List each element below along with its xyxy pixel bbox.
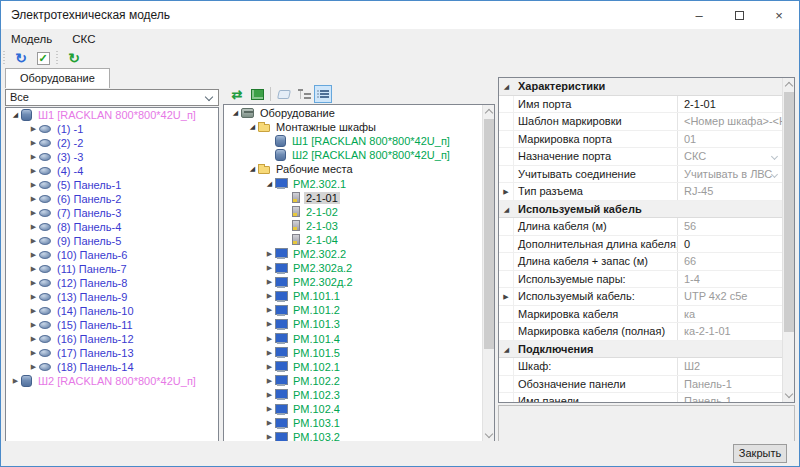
grid-row-value[interactable]: UTP 4x2 c5e: [678, 288, 783, 305]
expand-arrow-icon[interactable]: ▶: [28, 293, 39, 301]
tree-item[interactable]: ◢РМ2.302.1: [224, 176, 482, 190]
grid-row[interactable]: Учитывать соединениеУчитывать в ЛВС: [499, 166, 783, 184]
collapse-arrow-icon[interactable]: ◢: [247, 165, 258, 173]
scrollbar-thumb[interactable]: [484, 119, 494, 349]
close-button[interactable]: Закрыть: [733, 444, 787, 463]
expand-arrow-icon[interactable]: ▶: [28, 195, 39, 203]
minimize-button[interactable]: –: [679, 1, 719, 29]
tree-item[interactable]: ▶(9) Панель-5: [6, 234, 218, 248]
expand-arrow-icon[interactable]: ▶: [28, 321, 39, 329]
tree-item[interactable]: ▶(4) -4: [6, 164, 218, 178]
grid-row-value[interactable]: 56: [678, 218, 783, 235]
grid-row[interactable]: Маркировка кабеля (полная)ка-2-1-01: [499, 323, 783, 341]
grid-row[interactable]: Длина кабеля (м)56: [499, 218, 783, 236]
grid-row[interactable]: Шкаф:Ш2: [499, 358, 783, 376]
expand-arrow-icon[interactable]: ▶: [28, 335, 39, 343]
expand-arrow-icon[interactable]: ▶: [264, 349, 275, 357]
grid-row[interactable]: Имя панелиПанель-1: [499, 393, 783, 403]
property-grid-scrollbar[interactable]: [782, 78, 794, 402]
grid-row[interactable]: Маркировка порта01: [499, 131, 783, 149]
tree-item[interactable]: 2-1-04: [224, 233, 482, 247]
scroll-down-icon[interactable]: [485, 430, 493, 438]
grid-row-value[interactable]: Ш2: [678, 358, 783, 375]
expand-arrow-icon[interactable]: ▶: [28, 265, 39, 273]
grid-row-value[interactable]: ка-2-1-01: [678, 323, 783, 340]
expand-arrow-icon[interactable]: ▶: [264, 433, 275, 441]
tree-item[interactable]: 2-1-01: [224, 191, 482, 205]
expand-arrow-icon[interactable]: ▶: [28, 139, 39, 147]
tree-item[interactable]: ◢Оборудование: [224, 106, 482, 120]
panel-view-button[interactable]: [247, 85, 267, 103]
expand-arrow-icon[interactable]: ▶: [264, 292, 275, 300]
sync-update-button[interactable]: ↻: [63, 49, 85, 67]
scrollbar-thumb[interactable]: [784, 92, 794, 332]
grid-row-value[interactable]: Панель-1: [678, 393, 783, 403]
tree-item[interactable]: 2-1-02: [224, 205, 482, 219]
grid-row-value[interactable]: 66: [678, 253, 783, 270]
grid-row-value[interactable]: <Номер шкафа>-<Ном: [678, 113, 783, 130]
chevron-down-icon[interactable]: [771, 153, 778, 160]
grid-section-header[interactable]: ◢Используемый кабель: [499, 201, 783, 219]
tree-view-button[interactable]: [294, 85, 314, 103]
tree-item[interactable]: ▶Ш2 [RACKLAN 800*800*42U_п]: [6, 374, 218, 388]
menu-model[interactable]: Модель: [1, 29, 62, 49]
expand-arrow-icon[interactable]: ▶: [28, 125, 39, 133]
expand-arrow-icon[interactable]: ▶: [28, 209, 39, 217]
expand-arrow-icon[interactable]: ▶: [264, 419, 275, 427]
equipment-tree-scrollbar[interactable]: [482, 105, 494, 442]
grid-row[interactable]: Назначение портаСКС: [499, 148, 783, 166]
grid-row[interactable]: ▶Тип разъемаRJ-45: [499, 183, 783, 201]
grid-row-value[interactable]: Учитывать в ЛВС: [678, 166, 783, 183]
filter-combobox[interactable]: Все: [5, 89, 219, 106]
expand-arrow-icon[interactable]: ▶: [264, 320, 275, 328]
tree-item[interactable]: ▶РМ.101.4: [224, 332, 482, 346]
tree-item[interactable]: Ш1 [RACKLAN 800*800*42U_п]: [224, 134, 482, 148]
grid-row-value[interactable]: Панель-1: [678, 376, 783, 393]
grid-row-value[interactable]: 01: [678, 131, 783, 148]
tree-item[interactable]: ▶РМ.102.2: [224, 374, 482, 388]
grid-row[interactable]: ▶Используемый кабель:UTP 4x2 c5e: [499, 288, 783, 306]
tree-item[interactable]: ▶РМ.101.3: [224, 317, 482, 331]
grid-row[interactable]: Используемые пары:1-4: [499, 271, 783, 289]
tree-item[interactable]: Ш2 [RACKLAN 800*800*42U_п]: [224, 148, 482, 162]
tree-item[interactable]: ▶(11) Панель-7: [6, 262, 218, 276]
collapse-arrow-icon[interactable]: ◢: [247, 123, 258, 131]
grid-row-value[interactable]: СКС: [678, 148, 783, 165]
expand-arrow-icon[interactable]: ▶: [264, 335, 275, 343]
tree-item[interactable]: 2-1-03: [224, 219, 482, 233]
menu-sks[interactable]: СКС: [62, 29, 105, 49]
check-model-button[interactable]: ✓: [32, 49, 54, 67]
collapse-arrow-icon[interactable]: ◢: [499, 78, 514, 95]
tree-item[interactable]: ▶(15) Панель-11: [6, 318, 218, 332]
expand-arrow-icon[interactable]: ▶: [28, 181, 39, 189]
tree-item[interactable]: ▶(1) -1: [6, 122, 218, 136]
polygon-button[interactable]: [274, 85, 294, 103]
collapse-arrow-icon[interactable]: ◢: [10, 111, 21, 119]
collapse-arrow-icon[interactable]: ◢: [264, 180, 275, 188]
expand-arrow-icon[interactable]: ▶: [499, 183, 514, 200]
tree-item[interactable]: ▶(3) -3: [6, 150, 218, 164]
tree-item[interactable]: ▶(18) Панель-14: [6, 360, 218, 374]
expand-arrow-icon[interactable]: ▶: [499, 288, 514, 305]
expand-arrow-icon[interactable]: ▶: [264, 377, 275, 385]
tree-item[interactable]: ▶(10) Панель-6: [6, 248, 218, 262]
tab-equipment[interactable]: Оборудование: [5, 68, 110, 88]
tree-item[interactable]: ▶(17) Панель-13: [6, 346, 218, 360]
list-view-button[interactable]: [314, 85, 332, 103]
grid-section-header[interactable]: ◢Подключения: [499, 341, 783, 359]
expand-arrow-icon[interactable]: ▶: [264, 264, 275, 272]
expand-arrow-icon[interactable]: ▶: [264, 363, 275, 371]
expand-arrow-icon[interactable]: ▶: [28, 223, 39, 231]
grid-row[interactable]: Дополнительная длина кабеля, м0: [499, 236, 783, 254]
maximize-button[interactable]: [719, 1, 759, 29]
tree-item[interactable]: ▶РМ.101.2: [224, 303, 482, 317]
scroll-down-icon[interactable]: [785, 390, 793, 398]
tree-item[interactable]: ▶(14) Панель-10: [6, 304, 218, 318]
grid-row-value[interactable]: 0: [678, 236, 783, 253]
collapse-arrow-icon[interactable]: ◢: [499, 341, 514, 358]
grid-section-header[interactable]: ◢Характеристики: [499, 78, 783, 96]
expand-arrow-icon[interactable]: ▶: [28, 307, 39, 315]
tree-item[interactable]: ◢Монтажные шкафы: [224, 120, 482, 134]
scroll-up-icon[interactable]: [785, 82, 793, 90]
chevron-down-icon[interactable]: [771, 170, 778, 177]
